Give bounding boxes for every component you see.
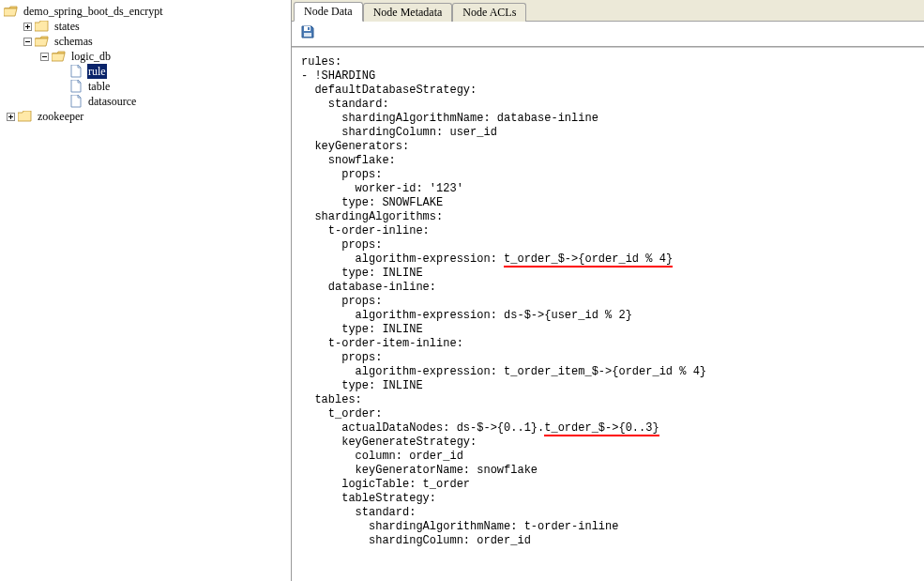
code-line: t-order-item-inline: <box>301 337 463 350</box>
code-line: props: <box>301 168 382 181</box>
tab-bar: Node Data Node Metadata Node ACLs <box>292 0 924 22</box>
code-line: t_order: <box>301 407 382 420</box>
code-line: type: INLINE <box>301 379 423 392</box>
tab-node-data[interactable]: Node Data <box>294 2 363 22</box>
code-line: t-order-inline: <box>301 224 430 237</box>
tree-row[interactable]: schemas <box>21 34 291 49</box>
tree-row[interactable]: datasource <box>54 94 291 109</box>
tree: demo_spring_boot_ds_encrypt states <box>0 4 291 124</box>
tree-label: zookeeper <box>37 109 84 124</box>
code-line: algorithm-expression: t_order_item_$->{o… <box>301 365 706 378</box>
save-button[interactable] <box>297 23 318 44</box>
tree-label: datasource <box>87 94 137 109</box>
code-line: shardingColumn: user_id <box>301 126 497 139</box>
code-line: standard: <box>301 506 416 519</box>
folder-open-icon <box>4 5 19 18</box>
code-line: tableStrategy: <box>301 492 436 505</box>
tree-row[interactable]: zookeeper <box>4 109 291 124</box>
code-line: type: INLINE <box>301 323 423 336</box>
highlighted-expression-1: t_order_$->{order_id % 4} <box>504 252 673 268</box>
code-line: algorithm-expression: <box>301 252 504 266</box>
tab-node-acls[interactable]: Node ACLs <box>452 3 526 22</box>
tree-row-selected[interactable]: rule <box>54 64 291 79</box>
tree-row[interactable]: demo_spring_boot_ds_encrypt <box>4 4 291 19</box>
collapse-icon[interactable] <box>38 50 51 63</box>
code-line: type: INLINE <box>301 267 423 280</box>
folder-open-icon <box>52 50 67 63</box>
svg-rect-12 <box>304 33 311 37</box>
tree-spacer <box>54 95 68 108</box>
code-line: shardingAlgorithmName: t-order-inline <box>301 520 618 533</box>
code-line: rules: <box>301 55 341 69</box>
code-line: props: <box>301 238 382 252</box>
code-line: algorithm-expression: ds-$->{user_id % 2… <box>301 309 632 322</box>
node-data-editor[interactable]: rules: - !SHARDING defaultDatabaseStrate… <box>292 48 924 567</box>
code-line: props: <box>301 351 382 364</box>
code-line: snowflake: <box>301 154 396 167</box>
tree-row[interactable]: logic_db <box>38 49 291 64</box>
code-line: worker-id: '123' <box>301 182 463 195</box>
code-line: keyGeneratorName: snowflake <box>301 464 538 477</box>
editor-scroll[interactable]: rules: - !SHARDING defaultDatabaseStrate… <box>292 47 924 581</box>
file-icon <box>68 95 83 108</box>
right-panel: Node Data Node Metadata Node ACLs rules:… <box>292 0 924 581</box>
tree-label-selected: rule <box>87 64 107 79</box>
code-line: props: <box>301 295 382 308</box>
collapse-icon[interactable] <box>21 35 34 48</box>
code-line: type: SNOWFLAKE <box>301 196 443 209</box>
tree-panel: demo_spring_boot_ds_encrypt states <box>0 0 292 581</box>
file-icon <box>68 65 83 78</box>
code-line: tables: <box>301 393 362 406</box>
tree-row[interactable]: table <box>54 79 291 94</box>
tree-label: demo_spring_boot_ds_encrypt <box>23 4 164 19</box>
code-line: keyGenerators: <box>301 140 409 153</box>
tree-label: schemas <box>53 34 94 49</box>
code-line: shardingAlgorithms: <box>301 210 443 223</box>
tab-node-metadata[interactable]: Node Metadata <box>363 3 453 22</box>
code-line: standard: <box>301 98 389 111</box>
folder-open-icon <box>35 35 50 48</box>
floppy-disk-icon <box>300 24 315 43</box>
code-line: - !SHARDING <box>301 69 375 83</box>
tree-spacer <box>54 80 68 93</box>
code-line: column: order_id <box>301 450 463 463</box>
folder-icon <box>35 20 50 33</box>
code-line: database-inline: <box>301 281 436 294</box>
expand-icon[interactable] <box>21 20 34 33</box>
tree-label: states <box>53 19 81 34</box>
code-line: shardingColumn: order_id <box>301 534 531 547</box>
tree-label: table <box>87 79 111 94</box>
code-line: shardingAlgorithmName: database-inline <box>301 112 598 125</box>
highlighted-expression-2: t_order_$->{0..3} <box>544 421 659 436</box>
code-line: logicTable: t_order <box>301 478 470 491</box>
code-line: defaultDatabaseStrategy: <box>301 84 477 97</box>
toolbar <box>292 22 924 47</box>
tree-row[interactable]: states <box>21 19 291 34</box>
svg-rect-11 <box>308 27 310 30</box>
tree-spacer <box>54 65 68 78</box>
folder-icon <box>18 110 33 123</box>
tree-label: logic_db <box>70 49 112 64</box>
code-line: keyGenerateStrategy: <box>301 436 477 449</box>
file-icon <box>68 80 83 93</box>
expand-icon[interactable] <box>4 110 17 123</box>
code-line: actualDataNodes: ds-$->{0..1}. <box>301 421 544 435</box>
app-root: demo_spring_boot_ds_encrypt states <box>0 0 924 581</box>
